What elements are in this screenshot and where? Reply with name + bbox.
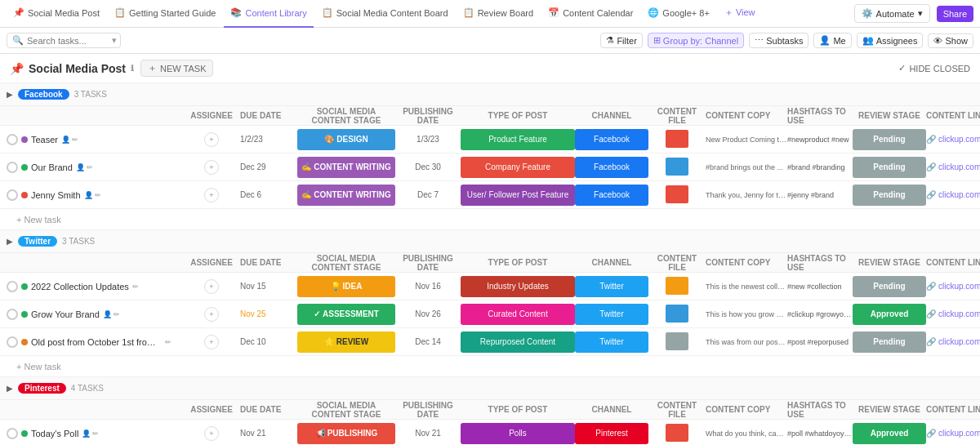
assignee-avatar[interactable]: + xyxy=(204,188,219,202)
stage-cell[interactable]: ⭐ REVIEW xyxy=(297,332,395,353)
assignee-avatar[interactable]: + xyxy=(204,160,219,175)
review-cell[interactable]: Pending xyxy=(853,276,926,297)
file-thumbnail xyxy=(666,130,688,148)
link-cell[interactable]: 🔗 clickup.com xyxy=(926,282,980,291)
task-status-circle[interactable] xyxy=(7,428,18,439)
channel-cell[interactable]: Facebook xyxy=(575,129,648,150)
table-row[interactable]: Jenny Smith 👤 ✏ + Dec 6 ✍️ CONTENT WRITI… xyxy=(0,181,980,209)
type-cell[interactable]: User/ Follower Post Feature xyxy=(461,185,575,206)
subtasks-icon: ⋯ xyxy=(755,35,764,46)
link-cell[interactable]: 🔗 clickup.com xyxy=(926,162,980,171)
group-by-button[interactable]: ⊞ Group by: Channel xyxy=(648,33,744,48)
review-cell[interactable]: Pending xyxy=(853,185,926,206)
file-cell[interactable] xyxy=(648,130,706,149)
review-cell[interactable]: Approved xyxy=(853,304,926,325)
task-status-circle[interactable] xyxy=(7,134,18,145)
type-cell[interactable]: Company Feature xyxy=(461,157,575,178)
share-button[interactable]: Share xyxy=(937,6,973,22)
channel-cell[interactable]: Facebook xyxy=(575,185,648,206)
table-row[interactable]: 2022 Collection Updates ✏ + Nov 15 💡 IDE… xyxy=(0,273,980,300)
expand-icon[interactable]: ▶ xyxy=(7,90,13,99)
new-task-row[interactable]: + New task xyxy=(0,356,980,377)
assignee-avatar[interactable]: + xyxy=(204,426,219,441)
review-cell[interactable]: Approved xyxy=(853,423,926,444)
file-cell[interactable] xyxy=(648,185,706,205)
new-task-link[interactable]: + New task xyxy=(16,215,61,225)
assignee-avatar[interactable]: + xyxy=(204,335,219,349)
stage-cell[interactable]: ✍️ CONTENT WRITING xyxy=(297,185,395,206)
table-row[interactable]: Teaser 👤 ✏ + 1/2/23 🎨 DESIGN 1/3/23 Prod… xyxy=(0,126,980,154)
search-input[interactable] xyxy=(27,36,109,46)
edit-icon[interactable]: ✏ xyxy=(92,429,99,438)
edit-icon[interactable]: ✏ xyxy=(72,136,78,144)
assignee-avatar[interactable]: + xyxy=(204,279,219,294)
hide-closed-button[interactable]: ✓ HIDE CLOSED xyxy=(898,63,970,73)
show-button[interactable]: 👁 Show xyxy=(928,33,973,48)
type-cell[interactable]: Repurposed Content xyxy=(461,332,575,353)
table-row[interactable]: Old post from October 1st from IG ✏ + De… xyxy=(0,328,980,356)
type-cell[interactable]: Curated Content xyxy=(461,304,575,325)
assignees-button[interactable]: 👥 Assignees xyxy=(857,33,924,48)
channel-cell[interactable]: Facebook xyxy=(575,157,648,178)
type-cell[interactable]: Industry Updates xyxy=(461,276,575,297)
channel-cell[interactable]: Pinterest xyxy=(575,423,648,444)
stage-cell[interactable]: ✍️ CONTENT WRITING xyxy=(297,157,395,178)
review-cell[interactable]: Pending xyxy=(853,332,926,353)
stage-cell[interactable]: 📢 PUBLISHING xyxy=(297,423,395,444)
edit-icon[interactable]: ✏ xyxy=(132,283,139,291)
tab-icon: 📚 xyxy=(230,7,242,18)
expand-icon[interactable]: ▶ xyxy=(7,237,13,246)
expand-icon[interactable]: ▶ xyxy=(7,384,13,393)
channel-cell[interactable]: Twitter xyxy=(575,276,648,297)
new-task-row[interactable]: + New task xyxy=(0,209,980,230)
file-cell[interactable] xyxy=(648,332,706,352)
file-cell[interactable] xyxy=(648,424,706,443)
file-cell[interactable] xyxy=(648,277,706,296)
channel-cell[interactable]: Twitter xyxy=(575,304,648,325)
channel-cell[interactable]: Twitter xyxy=(575,332,648,353)
link-cell[interactable]: 🔗 clickup.com xyxy=(926,190,980,199)
link-cell[interactable]: 🔗 clickup.com xyxy=(926,337,980,346)
review-cell[interactable]: Pending xyxy=(853,157,926,178)
stage-cell[interactable]: 🎨 DESIGN xyxy=(297,129,395,150)
task-status-circle[interactable] xyxy=(7,309,18,320)
automate-button[interactable]: ⚙️ Automate ▾ xyxy=(854,4,930,23)
table-row[interactable]: Today's Poll 👤 ✏ + Nov 21 📢 PUBLISHING N… xyxy=(0,420,980,445)
tab-review-board[interactable]: 📋 Review Board xyxy=(457,0,540,28)
filter-button[interactable]: ⚗ Filter xyxy=(600,33,642,48)
stage-cell[interactable]: ✓ ASSESSMENT xyxy=(297,304,395,325)
task-status-circle[interactable] xyxy=(7,189,18,201)
new-task-button[interactable]: ＋ NEW TASK xyxy=(140,60,213,77)
subtasks-button[interactable]: ⋯ Subtasks xyxy=(749,33,808,48)
tab-content-library[interactable]: 📚 Content Library xyxy=(224,0,313,28)
app-title-tab[interactable]: 📌 Social Media Post xyxy=(7,0,106,28)
new-task-link[interactable]: + New task xyxy=(16,362,61,372)
edit-icon[interactable]: ✏ xyxy=(95,191,101,199)
me-button[interactable]: 👤 Me xyxy=(813,33,851,48)
search-box[interactable]: 🔍 ▾ xyxy=(7,33,121,48)
task-status-circle[interactable] xyxy=(7,336,18,348)
link-cell[interactable]: 🔗 clickup.com xyxy=(926,429,980,438)
add-view-button[interactable]: ＋ View xyxy=(718,0,762,28)
file-cell[interactable] xyxy=(648,158,706,177)
type-cell[interactable]: Product Feature xyxy=(461,129,575,150)
table-row[interactable]: Our Brand 👤 ✏ + Dec 29 ✍️ CONTENT WRITIN… xyxy=(0,154,980,181)
tab-content-calendar[interactable]: 📅 Content Calendar xyxy=(541,0,639,28)
table-row[interactable]: Grow Your Brand 👤 ✏ + Nov 25 ✓ ASSESSMEN… xyxy=(0,300,980,328)
review-cell[interactable]: Pending xyxy=(853,129,926,150)
link-cell[interactable]: 🔗 clickup.com xyxy=(926,135,980,144)
link-cell[interactable]: 🔗 clickup.com xyxy=(926,309,980,318)
assignee-avatar[interactable]: + xyxy=(204,307,219,322)
type-cell[interactable]: Polls xyxy=(461,423,575,444)
tab-google-plus[interactable]: 🌐 Google+ 8+ xyxy=(641,0,716,28)
edit-icon[interactable]: ✏ xyxy=(114,310,120,318)
stage-cell[interactable]: 💡 IDEA xyxy=(297,276,395,297)
task-status-circle[interactable] xyxy=(7,281,18,292)
task-status-circle[interactable] xyxy=(7,162,18,173)
edit-icon[interactable]: ✏ xyxy=(87,163,93,171)
edit-icon[interactable]: ✏ xyxy=(165,338,172,346)
tab-getting-started[interactable]: 📋 Getting Started Guide xyxy=(108,0,222,28)
tab-social-media-board[interactable]: 📋 Social Media Content Board xyxy=(315,0,455,28)
assignee-avatar[interactable]: + xyxy=(204,132,219,147)
file-cell[interactable] xyxy=(648,305,706,324)
